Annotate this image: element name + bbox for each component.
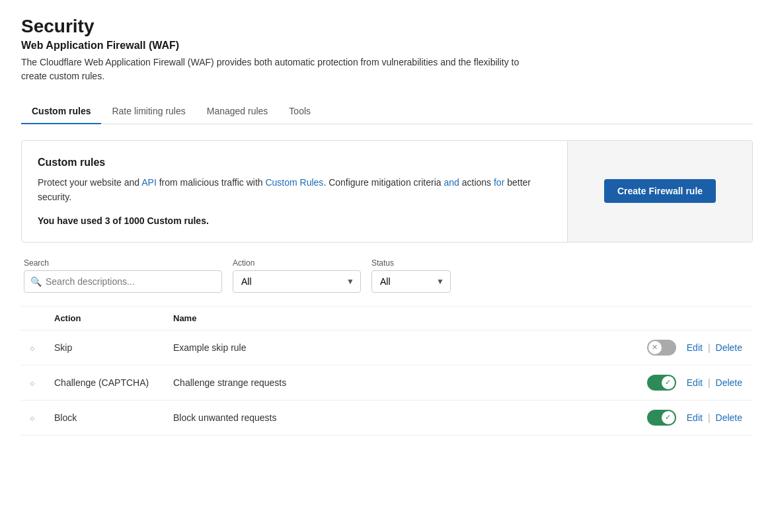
col-header-controls (621, 306, 753, 330)
action-label: Action (233, 258, 361, 268)
search-wrapper: 🔍 (24, 270, 222, 293)
and-link[interactable]: and (444, 177, 459, 188)
create-firewall-rule-button[interactable]: Create Firewall rule (604, 179, 716, 203)
tab-custom-rules[interactable]: Custom rules (21, 99, 101, 124)
row-actions-2: Edit | Delete (684, 377, 745, 388)
delete-button-3[interactable]: Delete (713, 412, 745, 423)
table-row: ⬦ Block Block unwanted requests ✓ Edit |… (21, 400, 753, 435)
search-input[interactable] (24, 270, 222, 293)
action-cell-3: Block (46, 400, 165, 435)
name-cell-1: Example skip rule (165, 330, 621, 365)
drag-handle-icon[interactable]: ⬦ (29, 412, 38, 423)
divider-1: | (708, 342, 711, 353)
delete-button-2[interactable]: Delete (713, 377, 745, 388)
table-body: ⬦ Skip Example skip rule ✕ Edit | Delete (21, 330, 753, 435)
toggle-knob-2: ✓ (662, 376, 675, 389)
drag-handle-cell: ⬦ (21, 330, 46, 365)
col-header-name: Name (165, 306, 621, 330)
name-value-1: Example skip rule (173, 342, 247, 353)
drag-handle-icon[interactable]: ⬦ (29, 342, 38, 353)
info-card-left: Custom rules Protect your website and AP… (22, 141, 567, 242)
table-header-row: Action Name (21, 306, 753, 330)
info-card-title: Custom rules (38, 157, 551, 169)
divider-2: | (708, 377, 711, 388)
rules-table: Action Name ⬦ Skip Example skip rule ✕ (21, 306, 753, 436)
action-value-3: Block (54, 412, 77, 423)
name-value-3: Block unwanted requests (173, 412, 276, 423)
page-subtitle: Web Application Firewall (WAF) (21, 40, 753, 52)
edit-button-3[interactable]: Edit (684, 412, 705, 423)
drag-handle-cell: ⬦ (21, 365, 46, 400)
tab-managed-rules[interactable]: Managed rules (196, 99, 279, 124)
action-value-2: Challenge (CAPTCHA) (54, 377, 149, 388)
tabs-nav: Custom rules Rate limiting rules Managed… (21, 99, 753, 124)
tab-tools[interactable]: Tools (278, 99, 321, 124)
edit-button-2[interactable]: Edit (684, 377, 705, 388)
for-link[interactable]: for (494, 177, 504, 188)
action-cell-1: Skip (46, 330, 165, 365)
toggle-knob-3: ✓ (662, 411, 675, 424)
edit-button-1[interactable]: Edit (684, 342, 705, 353)
controls-cell-3: ✓ Edit | Delete (621, 400, 753, 435)
col-header-action: Action (46, 306, 165, 330)
page-title: Security (21, 16, 753, 37)
drag-handle-cell: ⬦ (21, 400, 46, 435)
status-label: Status (371, 258, 451, 268)
name-cell-3: Block unwanted requests (165, 400, 621, 435)
row-actions-1: Edit | Delete (684, 342, 745, 353)
table-row: ⬦ Skip Example skip rule ✕ Edit | Delete (21, 330, 753, 365)
tab-rate-limiting[interactable]: Rate limiting rules (101, 99, 196, 124)
table-row: ⬦ Challenge (CAPTCHA) Challenge strange … (21, 365, 753, 400)
toggle-3[interactable]: ✓ (647, 410, 676, 426)
controls-cell-2: ✓ Edit | Delete (621, 365, 753, 400)
info-card-desc-text: Protect your website and API from malici… (38, 177, 531, 202)
action-cell-2: Challenge (CAPTCHA) (46, 365, 165, 400)
search-filter-group: Search 🔍 (24, 258, 222, 293)
name-cell-2: Challenge strange requests (165, 365, 621, 400)
info-card-usage: You have used 3 of 1000 Custom rules. (38, 215, 551, 226)
action-value-1: Skip (54, 342, 72, 353)
action-filter-group: Action All Skip Challenge (CAPTCHA) Bloc… (233, 258, 361, 293)
search-label: Search (24, 258, 222, 268)
status-select[interactable]: All Enabled Disabled (371, 270, 451, 293)
table-head: Action Name (21, 306, 753, 330)
status-select-wrapper: All Enabled Disabled ▼ (371, 270, 451, 293)
info-card-description: Protect your website and API from malici… (38, 175, 551, 205)
controls-inner-1: ✕ Edit | Delete (629, 340, 745, 356)
api-link[interactable]: API (141, 177, 157, 188)
search-icon: 🔍 (30, 276, 42, 287)
name-value-2: Challenge strange requests (173, 377, 286, 388)
controls-inner-2: ✓ Edit | Delete (629, 375, 745, 391)
toggle-knob-1: ✕ (648, 341, 662, 354)
controls-cell-1: ✕ Edit | Delete (621, 330, 753, 365)
row-actions-3: Edit | Delete (684, 412, 745, 423)
action-select[interactable]: All Skip Challenge (CAPTCHA) Block Allow… (233, 270, 361, 293)
drag-handle-icon[interactable]: ⬦ (29, 377, 38, 388)
filters-bar: Search 🔍 Action All Skip Challenge (CAPT… (21, 258, 753, 293)
page-description: The Cloudflare Web Application Firewall … (21, 56, 537, 83)
toggle-1[interactable]: ✕ (647, 340, 676, 356)
controls-inner-3: ✓ Edit | Delete (629, 410, 745, 426)
status-filter-group: Status All Enabled Disabled ▼ (371, 258, 451, 293)
info-card-right: Create Firewall rule (567, 141, 752, 242)
divider-3: | (708, 412, 711, 423)
action-select-wrapper: All Skip Challenge (CAPTCHA) Block Allow… (233, 270, 361, 293)
delete-button-1[interactable]: Delete (713, 342, 745, 353)
col-header-drag (21, 306, 46, 330)
custom-rules-link[interactable]: Custom Rules (265, 177, 323, 188)
toggle-2[interactable]: ✓ (647, 375, 676, 391)
info-card: Custom rules Protect your website and AP… (21, 140, 753, 243)
